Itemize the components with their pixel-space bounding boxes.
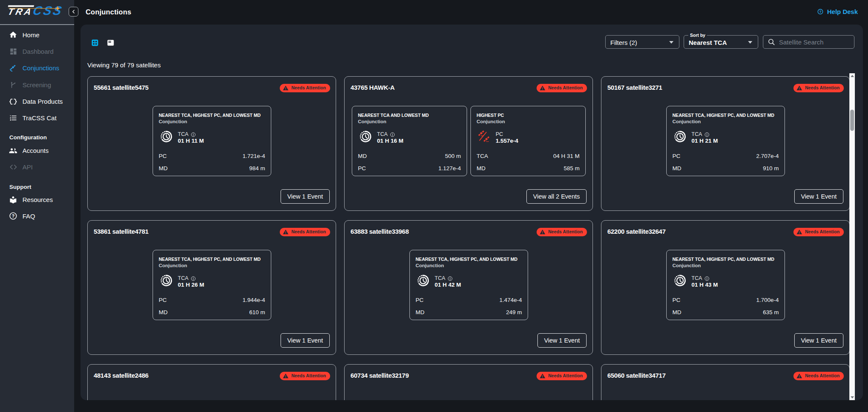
svg-text:?: ? xyxy=(12,213,15,218)
svg-text:?: ? xyxy=(819,10,821,14)
svg-text:CSS: CSS xyxy=(31,3,64,17)
